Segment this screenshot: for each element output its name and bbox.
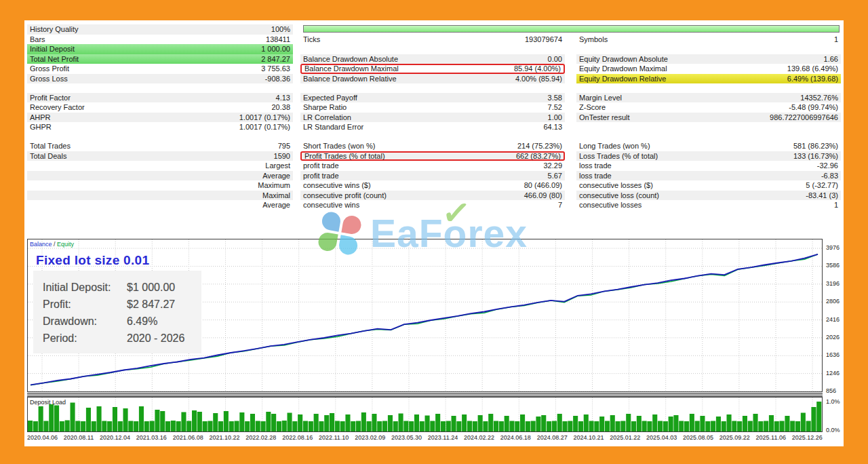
stat-label: Equity Drawdown Absolute — [579, 55, 668, 63]
stat-label: LR Correlation — [303, 113, 351, 121]
stat-value: 7 — [558, 201, 562, 209]
stat-row: Maximum — [27, 180, 293, 191]
date-label: 2025.01.22 — [610, 434, 640, 441]
y-axis-label: 856 — [826, 387, 836, 394]
stat-row: Total Net Profit 2 847.27 — [27, 54, 293, 64]
date-label: 2020.04.06 — [27, 434, 58, 441]
stat-value: Average — [262, 201, 290, 209]
stat-row — [576, 44, 841, 54]
stat-value: 85.94 (4.00%) — [514, 64, 561, 73]
stat-row: Z-Score -5.48 (99.74%) — [576, 102, 841, 113]
stat-value: 5.67 — [548, 172, 562, 180]
stat-label: consecutive wins — [303, 201, 359, 209]
stat-label: consecutive losses ($) — [579, 181, 653, 189]
stat-label: Margin Level — [579, 94, 622, 102]
y-axis-label: 1636 — [826, 351, 840, 358]
date-label: 2024.06.18 — [500, 434, 531, 441]
stat-label: loss trade — [579, 172, 612, 180]
deposit-load-canvas — [28, 398, 822, 431]
stat-label: Balance Drawdown Relative — [303, 75, 397, 83]
stat-row: Total Deals 1590 — [27, 151, 293, 161]
stat-row: consecutive wins ($) 80 (466.09) — [300, 180, 565, 191]
stats-column-right: Symbols 1 Equity Drawdown Absolute 1.66 … — [576, 24, 841, 210]
info-row: Initial Deposit: $1 000.00 — [43, 279, 201, 296]
strategy-tester-report: { "colors":{ "frame_orange":"#F6921E", "… — [0, 0, 868, 464]
date-label: 2022.08.16 — [282, 434, 313, 441]
deposit-axis-max: 1.0% — [826, 398, 840, 405]
stat-label: loss trade — [579, 161, 612, 170]
stat-value: 662 (83.27%) — [516, 152, 561, 160]
stat-row — [27, 132, 293, 142]
stat-row: Margin Level 14352.76% — [576, 93, 841, 103]
info-label: Initial Deposit: — [43, 282, 127, 294]
date-label: 2024.08.27 — [537, 434, 568, 441]
stat-row: consecutive losses 1 — [576, 200, 841, 210]
stat-label: Balance Drawdown Maximal — [304, 64, 399, 73]
legend-equity: Equity — [57, 241, 74, 248]
stat-value: 1 — [834, 35, 838, 43]
stat-row: Sharpe Ratio 7.52 — [300, 102, 565, 113]
stats-column-middle: Ticks 193079674 Balance Drawdown Absolut… — [300, 24, 565, 210]
date-label: 2024.10.21 — [573, 434, 604, 441]
stat-value: 581 (86.23%) — [793, 142, 838, 150]
stat-row: Profit Factor 4.13 — [27, 93, 293, 103]
stat-label: Equity Drawdown Maximal — [579, 64, 667, 73]
stat-label: Expected Payoff — [303, 94, 357, 102]
date-label: 2021.10.22 — [209, 434, 239, 441]
stat-row: Equity Drawdown Maximal 139.68 (6.49%) — [576, 64, 841, 74]
stat-value: 100% — [271, 25, 290, 33]
stat-row: Average — [27, 200, 293, 210]
stat-row: Average — [27, 171, 293, 181]
stat-row: Expected Payoff 3.58 — [300, 93, 565, 103]
stat-row — [576, 122, 841, 132]
stat-row — [576, 83, 841, 93]
stat-row: Short Trades (won %) 214 (75.23%) — [300, 141, 565, 151]
stat-label: Recovery Factor — [30, 103, 85, 111]
stat-row: History Quality 100% — [27, 24, 293, 35]
stat-label: profit trade — [303, 172, 339, 180]
date-label: 2022.02.28 — [245, 434, 276, 441]
stat-label: Total Deals — [30, 152, 66, 160]
stat-row: Recovery Factor 20.38 — [27, 102, 293, 113]
stat-value: -5.48 (99.74%) — [789, 103, 838, 111]
stat-row: GHPR 1.0017 (0.17%) — [27, 122, 293, 132]
stat-row: consecutive profit (count) 466.09 (80) — [300, 191, 565, 201]
stat-row — [576, 132, 841, 142]
date-label: 2021.06.08 — [173, 434, 203, 441]
stat-value: 214 (75.23%) — [517, 142, 562, 150]
date-label: 2021.03.16 — [136, 434, 167, 441]
stat-value: 7.52 — [548, 103, 562, 111]
date-label: 2020.08.11 — [64, 434, 94, 441]
stat-label: Initial Deposit — [30, 45, 75, 53]
stat-value: 20.38 — [271, 103, 290, 111]
date-label: 2024.02.22 — [464, 434, 494, 441]
date-label: 2025.11.06 — [756, 434, 786, 441]
stat-label: Sharpe Ratio — [303, 103, 347, 111]
date-label: 2022.11.10 — [319, 434, 349, 441]
stat-row: LR Correlation 1.00 — [300, 113, 565, 123]
info-row: Profit: $2 847.27 — [43, 296, 201, 313]
y-axis-label: 2416 — [826, 316, 840, 323]
stat-row: Gross Profit 3 755.63 — [27, 64, 293, 74]
stat-row: Equity Drawdown Relative 6.49% (139.68) — [576, 74, 841, 84]
y-axis-label: 2026 — [826, 334, 840, 341]
date-label: 2025.08.05 — [683, 434, 713, 441]
date-label: 2025.12.26 — [792, 434, 823, 441]
stat-row — [300, 24, 565, 35]
date-label: 2025.04.03 — [646, 434, 677, 441]
stat-label: Short Trades (won %) — [303, 142, 375, 150]
deposit-load-label: Deposit Load — [30, 399, 66, 406]
stat-label: profit trade — [303, 161, 339, 170]
stat-label: consecutive losses — [579, 201, 642, 209]
stat-label: Balance Drawdown Absolute — [303, 55, 398, 63]
legend-balance: Balance — [30, 241, 52, 248]
y-axis-label: 2806 — [826, 298, 840, 305]
stat-row: Balance Drawdown Maximal 85.94 (4.00%) — [300, 64, 565, 74]
stat-row: consecutive losses ($) 5 (-32.77) — [576, 180, 841, 191]
stat-label: Z-Score — [579, 103, 606, 111]
stat-value: 1.0017 (0.17%) — [239, 123, 290, 131]
stat-value: 3.58 — [548, 94, 562, 102]
stat-value: Maximal — [262, 191, 290, 199]
stat-value: -83.41 (3) — [806, 191, 838, 199]
stat-label: consecutive loss (count) — [579, 191, 659, 199]
